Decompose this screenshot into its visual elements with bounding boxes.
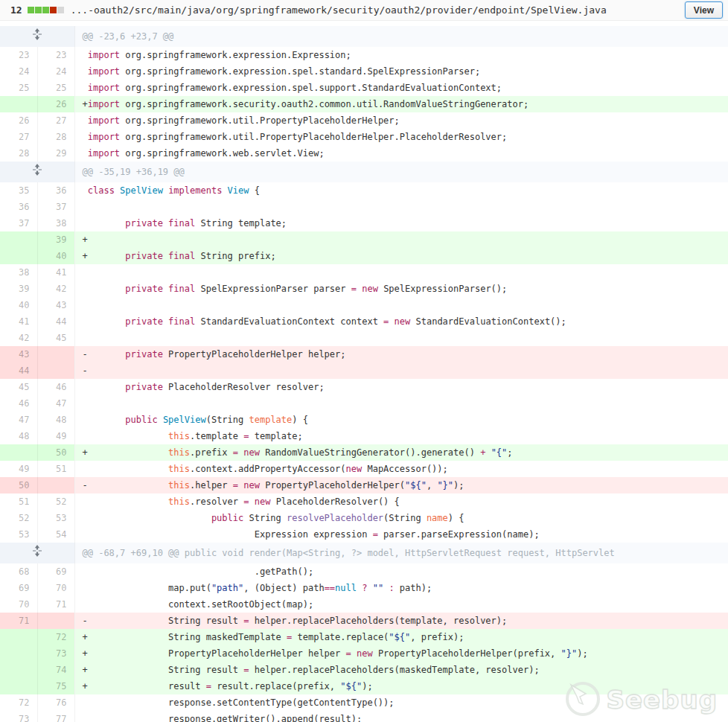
old-line-number[interactable]: 69 bbox=[0, 580, 37, 596]
code-line: this.resolver = new PlaceholderResolver(… bbox=[74, 493, 728, 510]
new-line-number[interactable]: 27 bbox=[37, 112, 74, 129]
old-line-number[interactable]: 50 bbox=[0, 477, 37, 493]
old-line-number[interactable] bbox=[0, 629, 37, 645]
code-line: + private final String prefix; bbox=[74, 248, 728, 264]
new-line-number[interactable]: 25 bbox=[37, 80, 74, 96]
code-line: + result = result.replace(prefix, "${"); bbox=[74, 678, 728, 694]
code-line: + String maskedTemplate = template.repla… bbox=[74, 629, 728, 645]
old-line-number[interactable]: 72 bbox=[0, 694, 37, 711]
new-line-number[interactable]: 54 bbox=[37, 526, 74, 543]
new-line-number[interactable]: 71 bbox=[37, 596, 74, 613]
new-line-number[interactable]: 39 bbox=[37, 231, 74, 248]
view-button[interactable]: View bbox=[685, 1, 723, 19]
code-line: import org.springframework.expression.sp… bbox=[74, 63, 728, 80]
old-line-number[interactable]: 47 bbox=[0, 412, 37, 428]
new-line-number[interactable]: 36 bbox=[37, 182, 74, 199]
new-line-number[interactable] bbox=[37, 362, 74, 379]
new-line-number[interactable]: 48 bbox=[37, 412, 74, 428]
old-line-number[interactable] bbox=[0, 248, 37, 264]
diff-viewer: 12 ...-oauth2/src/main/java/org/springfr… bbox=[0, 0, 728, 722]
file-path: ...-oauth2/src/main/java/org/springframe… bbox=[71, 4, 607, 16]
code-line: - this.helper = new PropertyPlaceholderH… bbox=[74, 477, 728, 493]
new-line-number[interactable]: 74 bbox=[37, 662, 74, 678]
new-line-number[interactable]: 44 bbox=[37, 313, 74, 330]
new-line-number[interactable] bbox=[37, 477, 74, 493]
old-line-number[interactable]: 25 bbox=[0, 80, 37, 96]
code-line: Expression expression = parser.parseExpr… bbox=[74, 526, 728, 543]
old-line-number[interactable]: 43 bbox=[0, 346, 37, 362]
new-line-number[interactable]: 47 bbox=[37, 395, 74, 412]
old-line-number[interactable]: 24 bbox=[0, 63, 37, 80]
old-line-number[interactable]: 48 bbox=[0, 428, 37, 444]
code-line: import org.springframework.web.servlet.V… bbox=[74, 145, 728, 162]
new-line-number[interactable]: 70 bbox=[37, 580, 74, 596]
new-line-number[interactable]: 45 bbox=[37, 330, 74, 346]
old-line-number[interactable]: 73 bbox=[0, 711, 37, 722]
new-line-number[interactable]: 75 bbox=[37, 678, 74, 694]
old-line-number[interactable] bbox=[0, 662, 37, 678]
new-line-number[interactable]: 46 bbox=[37, 379, 74, 395]
new-line-number[interactable]: 28 bbox=[37, 129, 74, 145]
new-line-number[interactable]: 50 bbox=[37, 444, 74, 461]
new-line-number[interactable]: 51 bbox=[37, 461, 74, 477]
old-line-number[interactable] bbox=[0, 96, 37, 112]
old-line-number[interactable]: 40 bbox=[0, 297, 37, 313]
new-line-number[interactable]: 77 bbox=[37, 711, 74, 722]
new-line-number[interactable]: 49 bbox=[37, 428, 74, 444]
new-line-number[interactable]: 29 bbox=[37, 145, 74, 162]
old-line-number[interactable] bbox=[0, 645, 37, 662]
code-line: response.setContentType(getContentType()… bbox=[74, 694, 728, 711]
new-line-number[interactable] bbox=[37, 613, 74, 629]
old-line-number[interactable] bbox=[0, 678, 37, 694]
new-line-number[interactable]: 53 bbox=[37, 510, 74, 526]
old-line-number[interactable]: 36 bbox=[0, 199, 37, 215]
hunk-header: @@ -68,7 +69,10 @@ public void render(Ma… bbox=[74, 543, 728, 563]
old-line-number[interactable]: 68 bbox=[0, 563, 37, 580]
old-line-number[interactable]: 49 bbox=[0, 461, 37, 477]
new-line-number[interactable]: 40 bbox=[37, 248, 74, 264]
new-line-number[interactable]: 69 bbox=[37, 563, 74, 580]
old-line-number[interactable]: 42 bbox=[0, 330, 37, 346]
old-line-number[interactable] bbox=[0, 231, 37, 248]
new-line-number[interactable]: 43 bbox=[37, 297, 74, 313]
old-line-number[interactable]: 45 bbox=[0, 379, 37, 395]
new-line-number[interactable]: 38 bbox=[37, 215, 74, 231]
old-line-number[interactable]: 70 bbox=[0, 596, 37, 613]
old-line-number[interactable]: 71 bbox=[0, 613, 37, 629]
old-line-number[interactable]: 53 bbox=[0, 526, 37, 543]
new-line-number[interactable]: 37 bbox=[37, 199, 74, 215]
new-line-number[interactable]: 26 bbox=[37, 96, 74, 112]
old-line-number[interactable]: 44 bbox=[0, 362, 37, 379]
diff-container: @@ -23,6 +23,7 @@2323 import org.springf… bbox=[0, 26, 728, 722]
old-line-number[interactable]: 51 bbox=[0, 493, 37, 510]
new-line-number[interactable]: 24 bbox=[37, 63, 74, 80]
old-line-number[interactable]: 23 bbox=[0, 47, 37, 63]
new-line-number[interactable]: 72 bbox=[37, 629, 74, 645]
new-line-number[interactable]: 52 bbox=[37, 493, 74, 510]
old-line-number[interactable]: 39 bbox=[0, 281, 37, 297]
expand-hunk-button[interactable] bbox=[0, 543, 74, 563]
code-line bbox=[74, 297, 728, 313]
unfold-icon bbox=[33, 545, 42, 557]
hunk-header: @@ -35,19 +36,19 @@ bbox=[74, 162, 728, 182]
new-line-number[interactable]: 42 bbox=[37, 281, 74, 297]
new-line-number[interactable]: 73 bbox=[37, 645, 74, 662]
code-line: import org.springframework.expression.sp… bbox=[74, 80, 728, 96]
new-line-number[interactable]: 41 bbox=[37, 264, 74, 281]
new-line-number[interactable]: 23 bbox=[37, 47, 74, 63]
code-line: import org.springframework.util.Property… bbox=[74, 129, 728, 145]
old-line-number[interactable]: 41 bbox=[0, 313, 37, 330]
old-line-number[interactable]: 38 bbox=[0, 264, 37, 281]
new-line-number[interactable] bbox=[37, 346, 74, 362]
old-line-number[interactable]: 26 bbox=[0, 112, 37, 129]
old-line-number[interactable]: 52 bbox=[0, 510, 37, 526]
expand-hunk-button[interactable] bbox=[0, 162, 74, 182]
old-line-number[interactable]: 46 bbox=[0, 395, 37, 412]
old-line-number[interactable] bbox=[0, 444, 37, 461]
old-line-number[interactable]: 35 bbox=[0, 182, 37, 199]
old-line-number[interactable]: 37 bbox=[0, 215, 37, 231]
expand-hunk-button[interactable] bbox=[0, 26, 74, 47]
old-line-number[interactable]: 28 bbox=[0, 145, 37, 162]
new-line-number[interactable]: 76 bbox=[37, 694, 74, 711]
old-line-number[interactable]: 27 bbox=[0, 129, 37, 145]
